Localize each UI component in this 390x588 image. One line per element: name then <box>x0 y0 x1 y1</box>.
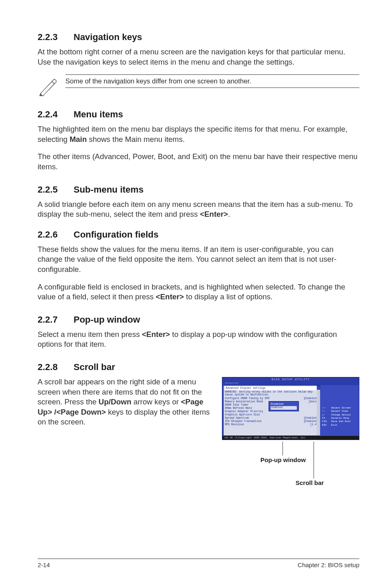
heading-title: Navigation keys <box>74 32 142 42</box>
label-popup: Pop-up window <box>260 456 306 463</box>
bios-help-row: F1General Help <box>322 417 357 420</box>
bios-help-row: ←→Select Screen <box>322 406 357 410</box>
page-number: 2-14 <box>38 561 50 568</box>
bios-setting-row: MPS Revision[1.4] <box>225 423 318 426</box>
heading-title: Sub-menu items <box>74 184 143 195</box>
bios-setting-row: Configure DRAM Timing by SPD[Enabled] <box>225 397 318 400</box>
bios-scrollbar <box>317 386 320 435</box>
bios-left-pane: Advanced Chipset settings WARNING: Setti… <box>223 385 320 436</box>
heading-title: Pop-up window <box>74 314 140 325</box>
leader-line <box>314 442 314 478</box>
section-227: 2.2.7Pop-up window Select a menu item th… <box>38 314 359 350</box>
paragraph: These fields show the values for the men… <box>38 245 359 275</box>
heading-title: Menu items <box>74 109 123 119</box>
bios-subtitle: Advanced Chipset settings <box>225 386 318 390</box>
note-text: Some of the navigation keys differ from … <box>65 74 359 88</box>
bios-setting-row: Graphics Aperture Size <box>225 413 318 417</box>
heading-number: 2.2.4 <box>38 109 74 120</box>
heading-number: 2.2.6 <box>38 229 74 240</box>
heading-title: Scroll bar <box>74 362 115 372</box>
bios-screenshot: BIOS SETUP UTILITY Advanced Advanced Chi… <box>222 377 359 495</box>
bios-help-row: ↑↓Select Item <box>322 410 357 413</box>
section-228: 2.2.8Scroll bar A scroll bar appears on … <box>38 362 359 495</box>
paragraph: The highlighted item on the menu bar dis… <box>38 124 359 144</box>
bios-popup-option-selected: Enabled <box>271 406 297 409</box>
note-callout: Some of the navigation keys differ from … <box>38 74 359 97</box>
bios-popup-option: Disabled <box>271 403 297 406</box>
section-225: 2.2.5Sub-menu items A solid triangle bef… <box>38 184 359 220</box>
heading-226: 2.2.6Configuration fields <box>38 229 359 240</box>
bios-setting-row: ICH Delayed Transaction[Enabled] <box>225 420 318 423</box>
bios-tab: Advanced <box>222 382 359 385</box>
bios-setting-row: Spread Spectrum[Enabled] <box>225 417 318 420</box>
figure-labels: Pop-up window Scroll bar <box>222 442 359 495</box>
leader-line <box>282 442 283 456</box>
heading-223: 2.2.3Navigation keys <box>38 32 359 43</box>
heading-225: 2.2.5Sub-menu items <box>38 184 359 195</box>
section-223: 2.2.3Navigation keys At the bottom right… <box>38 32 359 97</box>
bios-footer: v02.00 (C)Copyright 1985-2002, American … <box>222 436 359 440</box>
bios-help-row: ESCExit <box>322 424 357 427</box>
paragraph: A scroll bar appears on the right side o… <box>38 377 219 427</box>
paragraph: A solid triangle before each item on any… <box>38 200 359 220</box>
paragraph: Select a menu item then press <Enter> to… <box>38 330 359 350</box>
heading-number: 2.2.8 <box>38 362 74 373</box>
bios-help-row: +-Change Option <box>322 413 357 417</box>
paragraph: The other items (Advanced, Power, Boot, … <box>38 152 359 172</box>
heading-number: 2.2.7 <box>38 314 74 325</box>
section-224: 2.2.4Menu items The highlighted item on … <box>38 109 359 172</box>
chapter-title: Chapter 2: BIOS setup <box>298 561 359 568</box>
heading-title: Configuration fields <box>74 229 159 240</box>
heading-227: 2.2.7Pop-up window <box>38 314 359 325</box>
bios-title: BIOS SETUP UTILITY <box>222 377 359 382</box>
heading-number: 2.2.5 <box>38 184 74 195</box>
page-footer: 2-14 Chapter 2: BIOS setup <box>38 559 359 568</box>
pencil-icon <box>38 74 58 97</box>
paragraph: A configurable field is enclosed in brac… <box>38 282 359 302</box>
paragraph: At the bottom right corner of a menu scr… <box>38 47 359 67</box>
heading-228: 2.2.8Scroll bar <box>38 362 359 373</box>
bios-popup-menu: Disabled Enabled <box>269 401 299 411</box>
bios-help-row: F10Save and Exit <box>322 420 357 423</box>
heading-number: 2.2.3 <box>38 32 74 43</box>
heading-224: 2.2.4Menu items <box>38 109 359 120</box>
bios-warning: WARNING: Setting wrong values in the sec… <box>225 391 318 396</box>
section-226: 2.2.6Configuration fields These fields s… <box>38 229 359 302</box>
label-scrollbar: Scroll bar <box>296 479 324 486</box>
bios-help-pane: ←→Select Screen↑↓Select Item+-Change Opt… <box>320 385 359 436</box>
